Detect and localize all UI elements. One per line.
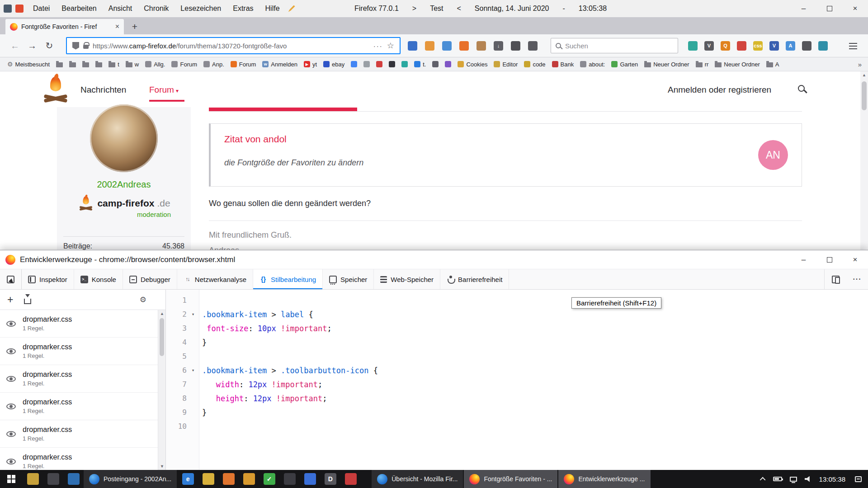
bookmark-item[interactable]: ▶yt (301, 60, 320, 69)
restore-button[interactable] (816, 0, 842, 17)
bookmark-item[interactable]: Allg. (142, 60, 168, 69)
bookmark-item[interactable]: rr (693, 60, 712, 69)
devtools-minimize-button[interactable]: – (791, 250, 816, 269)
stylesheet-item[interactable]: dropmarker.css1 Regel. (0, 420, 158, 448)
bookmark-item[interactable]: Forum (169, 60, 200, 69)
bookmark-item[interactable] (66, 61, 79, 68)
tray-clock[interactable]: 13:05:38 (819, 475, 845, 483)
menu-hamburger-icon[interactable] (849, 43, 857, 49)
visibility-eye-icon[interactable] (6, 321, 16, 327)
ext-person-icon[interactable] (802, 41, 811, 51)
site-search-icon[interactable] (798, 85, 805, 92)
tab-close-icon[interactable]: × (115, 23, 119, 31)
lock-icon[interactable] (83, 45, 89, 49)
bookmark-item[interactable]: ⚙Meistbesucht (5, 60, 52, 69)
back-button[interactable]: ← (6, 37, 24, 54)
nav-link-nachrichten[interactable]: Nachrichten (80, 71, 126, 108)
addon-circle-icon[interactable] (459, 41, 469, 51)
bookmark-item[interactable] (53, 61, 66, 68)
sidebars-icon[interactable] (408, 41, 417, 51)
ext-red-icon[interactable] (737, 41, 746, 51)
taskbar-app5-icon[interactable] (300, 470, 320, 488)
taskbar-app3-icon[interactable] (63, 470, 84, 488)
code-text[interactable]: width: 12px !important; (199, 380, 322, 389)
taskbar-store-icon[interactable] (239, 470, 259, 488)
responsive-design-button[interactable] (825, 269, 846, 289)
code-text[interactable]: font-size: 10px !important; (199, 324, 332, 333)
username-link[interactable]: 2002Andreas (57, 179, 191, 190)
sidebar-scrollbar-thumb[interactable] (160, 318, 164, 356)
bookmark-star-icon[interactable]: ☆ (387, 41, 394, 51)
ext-green-icon[interactable] (688, 41, 698, 51)
scroll-up-arrow[interactable]: ▲ (860, 71, 868, 79)
speaker-icon[interactable] (805, 476, 811, 482)
nav-link-forum[interactable]: Forum▾ (149, 71, 179, 108)
stylesheet-item[interactable]: dropmarker.css1 Regel. (0, 365, 158, 393)
bookmark-item[interactable]: Anp. (201, 60, 227, 69)
downloads-icon[interactable]: ↓ (494, 41, 503, 51)
bookmark-item[interactable]: WAnmelden (259, 60, 300, 69)
taskbar-red-icon[interactable] (340, 470, 361, 488)
profile-next-button[interactable]: > (412, 5, 416, 13)
quote-title-link[interactable]: Zitat von andol (224, 134, 287, 145)
code-text[interactable]: .bookmark-item > .toolbarbutton-icon { (199, 366, 378, 375)
devtools-more-options-button[interactable]: ··· (846, 269, 868, 289)
url-bar[interactable]: https://www.camp-firefox.de/forum/thema/… (66, 37, 401, 54)
visibility-eye-icon[interactable] (6, 404, 16, 409)
bookmarks-overflow-chevron[interactable]: » (856, 61, 863, 68)
devtools-tab-memory[interactable]: Speicher (323, 269, 374, 289)
mask-icon[interactable] (511, 41, 520, 51)
bookmark-item[interactable]: t (106, 60, 122, 69)
scales-icon[interactable] (528, 41, 538, 51)
bookmark-item[interactable]: Neuer Ordner (642, 60, 692, 69)
taskbar-explorer-icon[interactable] (198, 470, 218, 488)
menu-item-datei[interactable]: Datei (27, 0, 56, 17)
bookmark-item[interactable] (348, 60, 360, 68)
tray-expand-chevron-icon[interactable] (760, 477, 765, 483)
bookmark-item[interactable]: A (764, 60, 782, 69)
stylesheet-item[interactable]: dropmarker.css1 Regel. (0, 448, 158, 470)
stylesheet-item[interactable]: dropmarker.css1 Regel. (0, 338, 158, 365)
devtools-tab-pick[interactable] (0, 269, 22, 289)
pencil-icon[interactable] (288, 5, 295, 12)
menu-item-chronik[interactable]: Chronik (138, 0, 175, 17)
new-stylesheet-button[interactable]: + (7, 295, 13, 305)
action-center-icon[interactable] (855, 476, 862, 482)
code-text[interactable]: } (199, 408, 207, 417)
minimize-button[interactable]: – (791, 0, 816, 17)
sidebar-scroll-down-arrow[interactable]: ▼ (158, 463, 166, 470)
ext-css-icon[interactable]: css (753, 41, 763, 51)
code-text[interactable]: height: 12px !important; (199, 394, 327, 403)
bookmark-item[interactable]: w (123, 60, 142, 69)
menu-item-lesezeichen[interactable]: Lesezeichen (175, 0, 227, 17)
page-actions-icon[interactable]: ··· (373, 42, 383, 50)
battery-icon[interactable] (773, 477, 782, 481)
visibility-eye-icon[interactable] (6, 376, 16, 382)
taskbar-window-button-0[interactable]: Übersicht - Mozilla Fir... (372, 470, 463, 488)
visibility-eye-icon[interactable] (6, 431, 16, 437)
stylesheet-item[interactable]: dropmarker.css1 Regel. (0, 310, 158, 338)
ext-globe-icon[interactable] (818, 41, 828, 51)
bookmark-item[interactable]: code (521, 60, 548, 69)
devtools-tab-debugger[interactable]: Debugger (123, 269, 177, 289)
menu-item-extras[interactable]: Extras (227, 0, 259, 17)
devtools-tab-network[interactable]: ↑↓Netzwerkanalyse (177, 269, 253, 289)
bookmark-item[interactable]: Garten (609, 60, 641, 69)
bookmark-item[interactable] (429, 60, 441, 68)
css-code-editor[interactable]: 12▾.bookmark-item > label {3 font-size: … (166, 290, 868, 470)
devtools-tab-console[interactable]: >_Konsole (74, 269, 123, 289)
profile-prev-button[interactable]: < (457, 5, 461, 13)
brush-icon[interactable] (476, 41, 486, 51)
bookmark-item[interactable]: about: (577, 60, 608, 69)
devtools-tab-storage[interactable]: Web-Speicher (374, 269, 440, 289)
devtools-close-button[interactable]: × (842, 250, 868, 269)
browser-tab-active[interactable]: Fontgröße Favoriten - Firef × (5, 19, 124, 34)
bookmark-item[interactable] (361, 60, 373, 68)
quoted-user-avatar[interactable]: AN (758, 140, 788, 170)
bookmark-item[interactable]: Bank (549, 60, 577, 69)
fold-marker[interactable]: ▾ (187, 367, 199, 373)
bookmark-item[interactable]: Forum (228, 60, 259, 69)
code-text[interactable]: } (199, 338, 207, 347)
visibility-eye-icon[interactable] (6, 459, 16, 465)
bookmark-item[interactable]: Neuer Ordner (712, 60, 762, 69)
